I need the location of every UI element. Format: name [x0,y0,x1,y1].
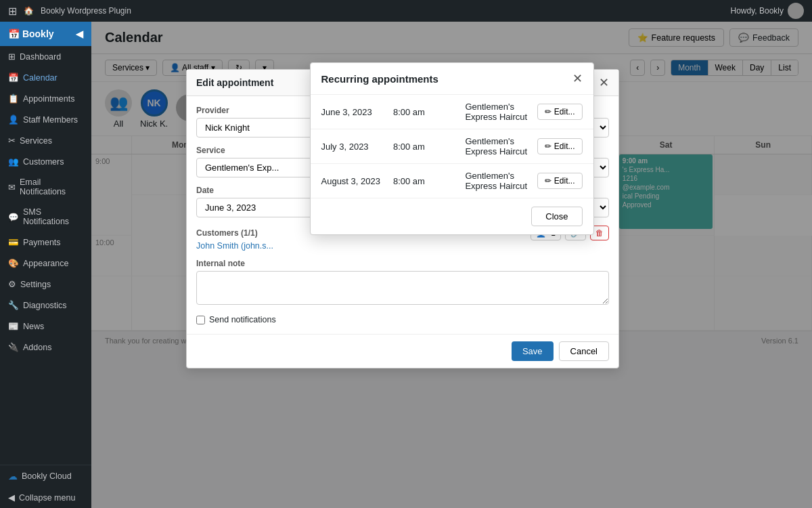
collapse-arrow-icon: ◀ [76,28,83,39]
appointments-icon: 📋 [8,93,19,104]
recurring-row-3: August 3, 2023 8:00 am Gentlemen's Expre… [311,164,593,198]
staff-icon: 👤 [8,114,19,125]
modal-header: Recurring appointments ✕ [311,63,593,95]
sidebar-item-label-calendar: Calendar [23,73,58,83]
sidebar-item-sms-notifications[interactable]: 💬 SMS Notifications [0,202,91,232]
home-icon: 🏠 [24,6,34,16]
sidebar-item-label-diagnostics: Diagnostics [23,301,67,310]
sidebar-item-email-notifications[interactable]: ✉ Email Notifications [0,172,91,202]
recurring-date-2: July 3, 2023 [321,142,388,152]
sidebar-brand[interactable]: 📅 Bookly ◀ [0,22,91,46]
sidebar-item-customers[interactable]: 👥 Customers [0,151,91,172]
wp-logo-icon: ⊞ [8,5,17,18]
sidebar-item-diagnostics[interactable]: 🔧 Diagnostics [0,295,91,316]
edit-label-2: Edit... [554,142,575,151]
bookly-cloud-label: Bookly Cloud [22,471,72,481]
sidebar-item-label-staff: Staff Members [23,115,78,125]
sidebar-item-addons[interactable]: 🔌 Addons [0,337,91,358]
recurring-time-2: 8:00 am [393,142,459,152]
sidebar-item-label-customers: Customers [23,157,64,167]
recurring-time-3: 8:00 am [393,176,459,186]
modal-title: Recurring appointments [321,73,438,85]
sidebar-item-label-addons: Addons [23,343,51,352]
recurring-service-2: Gentlemen's Express Haircut [465,136,531,156]
edit-label-1: Edit... [554,107,575,117]
sidebar-item-label-email: Email Notifications [20,177,83,196]
services-icon: ✂ [8,135,16,146]
bookly-cloud-item[interactable]: ☁ Bookly Cloud [0,465,91,487]
sms-icon: 💬 [8,212,19,222]
edit-recurring-3-button[interactable]: ✏ Edit... [537,173,583,189]
sidebar-item-calendar[interactable]: 📅 Calendar [0,67,91,88]
sidebar-item-label-appointments: Appointments [23,94,74,104]
topbar-right: Howdy, Bookly [731,3,804,19]
sidebar-item-label-appearance: Appearance [23,259,68,268]
sidebar-item-label-payments: Payments [23,238,61,247]
settings-icon: ⚙ [8,279,16,289]
bookly-brand-icon: 📅 [8,28,20,39]
sidebar-item-label-services: Services [20,136,52,146]
topbar-left: ⊞ 🏠 Bookly Wordpress Plugin [8,5,131,18]
recurring-modal: Recurring appointments ✕ June 3, 2023 8:… [310,62,594,235]
addons-icon: 🔌 [8,342,19,352]
sidebar-item-label-sms: SMS Notifications [23,207,83,226]
modal-backdrop: Recurring appointments ✕ June 3, 2023 8:… [91,22,812,508]
sidebar: 📅 Bookly ◀ ⊞ Dashboard 📅 Calendar 📋 Appo… [0,22,91,508]
sidebar-item-label-news: News [23,322,44,331]
calendar-icon: 📅 [8,72,19,83]
customers-icon: 👥 [8,156,19,167]
howdy-text: Howdy, Bookly [731,6,784,16]
sidebar-item-payments[interactable]: 💳 Payments [0,232,91,253]
diagnostics-icon: 🔧 [8,300,19,310]
payments-icon: 💳 [8,237,19,247]
wp-topbar: ⊞ 🏠 Bookly Wordpress Plugin Howdy, Bookl… [0,0,812,22]
edit-icon-2: ✏ [545,142,551,151]
recurring-service-1: Gentlemen's Express Haircut [465,102,531,122]
recurring-date-3: August 3, 2023 [321,176,388,186]
modal-body: June 3, 2023 8:00 am Gentlemen's Express… [311,95,593,198]
close-modal-button[interactable]: Close [531,207,582,226]
sidebar-item-news[interactable]: 📰 News [0,316,91,337]
user-avatar [788,3,804,19]
modal-close-icon[interactable]: ✕ [572,71,583,86]
sidebar-item-dashboard[interactable]: ⊞ Dashboard [0,46,91,67]
collapse-menu-item[interactable]: ◀ Collapse menu [0,487,91,508]
sidebar-brand-label: Bookly [22,28,54,39]
recurring-row-2: July 3, 2023 8:00 am Gentlemen's Express… [311,129,593,164]
appearance-icon: 🎨 [8,258,19,268]
sidebar-item-appearance[interactable]: 🎨 Appearance [0,253,91,274]
sidebar-item-services[interactable]: ✂ Services [0,130,91,151]
recurring-service-3: Gentlemen's Express Haircut [465,171,531,191]
dashboard-icon: ⊞ [8,51,16,62]
collapse-menu-icon: ◀ [8,492,15,503]
edit-label-3: Edit... [554,176,575,186]
main-content: Calendar ⭐ Feature requests 💬 Feedback S… [91,22,812,508]
news-icon: 📰 [8,321,19,331]
collapse-menu-label: Collapse menu [19,493,75,503]
edit-icon-1: ✏ [545,107,551,117]
sidebar-item-appointments[interactable]: 📋 Appointments [0,88,91,109]
email-icon: ✉ [8,182,16,192]
site-name: Bookly Wordpress Plugin [41,6,131,16]
recurring-date-1: June 3, 2023 [321,107,388,117]
edit-icon-3: ✏ [545,176,551,186]
sidebar-item-staff[interactable]: 👤 Staff Members [0,109,91,130]
cloud-icon: ☁ [8,471,18,482]
sidebar-item-label-settings: Settings [20,280,51,289]
sidebar-item-settings[interactable]: ⚙ Settings [0,274,91,295]
modal-footer: Close [311,198,593,234]
sidebar-item-label-dashboard: Dashboard [20,52,61,62]
recurring-time-1: 8:00 am [393,107,459,117]
edit-recurring-1-button[interactable]: ✏ Edit... [537,104,583,120]
edit-recurring-2-button[interactable]: ✏ Edit... [537,138,583,154]
recurring-row-1: June 3, 2023 8:00 am Gentlemen's Express… [311,95,593,129]
